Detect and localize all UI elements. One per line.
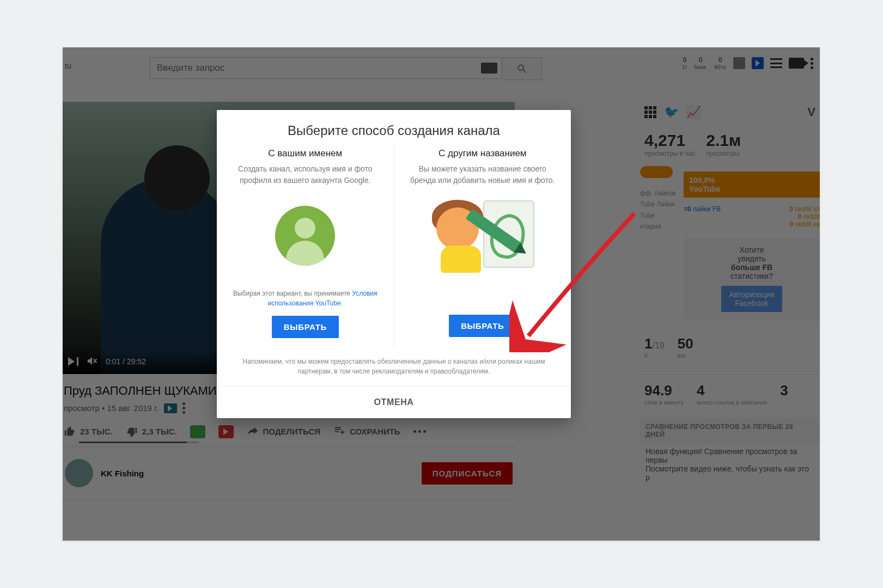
note-pre: Выбирая этот вариант, вы принимаете xyxy=(233,290,352,297)
brand-illustration xyxy=(431,198,534,274)
option-note-empty xyxy=(407,289,558,307)
option-personal: С вашим именем Создать канал, используя … xyxy=(217,144,394,349)
option-desc: Вы можете указать название своего бренда… xyxy=(407,163,558,187)
option-heading: С вашим именем xyxy=(230,148,381,159)
select-personal-button[interactable]: ВЫБРАТЬ xyxy=(272,316,339,338)
option-desc: Создать канал, используя имя и фото проф… xyxy=(230,163,381,187)
avatar-illustration xyxy=(275,206,335,266)
create-channel-modal: Выберите способ создания канала С вашим … xyxy=(217,110,571,418)
select-brand-button[interactable]: ВЫБРАТЬ xyxy=(449,315,516,337)
option-heading: С другим названием xyxy=(407,148,558,159)
option-brand: С другим названием Вы можете указать наз… xyxy=(394,144,571,349)
note-post: . xyxy=(341,299,343,307)
cancel-button[interactable]: ОТМЕНА xyxy=(217,386,571,418)
screenshot-frame: tu 01г 06мм. 048чс xyxy=(63,47,820,541)
option-note: Выбирая этот вариант, вы принимаете Усло… xyxy=(230,289,381,308)
modal-footnote: Напоминаем, что мы можем предоставлять о… xyxy=(217,349,571,386)
modal-title: Выберите способ создания канала xyxy=(217,110,571,144)
